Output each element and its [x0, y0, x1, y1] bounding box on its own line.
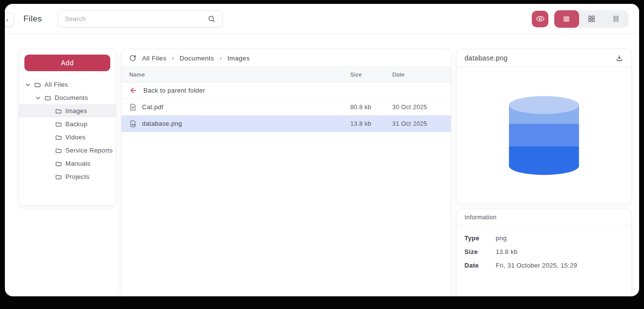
file-name: database.png [142, 120, 182, 127]
eye-icon [536, 14, 545, 23]
sidebar-item-label: Vidoes [65, 134, 85, 141]
sidebar: Add All Files [19, 49, 116, 296]
column-header-name[interactable]: Name [129, 72, 350, 77]
file-row-database-png[interactable]: database.png 13.8 kb 31 Oct 2025 [121, 116, 451, 132]
info-value: png [496, 234, 507, 242]
refresh-button[interactable] [129, 54, 137, 62]
columns-view-button[interactable] [604, 10, 628, 28]
folder-icon [55, 134, 62, 141]
grid-view-button[interactable] [579, 10, 604, 28]
collapse-panel-button[interactable]: ‹ [5, 13, 14, 26]
file-list-panel: All Files › Documents › Images Name Size… [121, 49, 451, 296]
sidebar-item-manuals[interactable]: Manuals [19, 157, 116, 170]
sidebar-item-label: Documents [55, 94, 88, 101]
folder-icon [55, 108, 62, 115]
info-row-type: Type png [464, 234, 624, 242]
sidebar-item-vidoes[interactable]: Vidoes [19, 131, 116, 144]
breadcrumb-item-all-files[interactable]: All Files [142, 55, 166, 62]
top-bar: ‹ Files [5, 4, 639, 34]
sidebar-item-documents[interactable]: Documents [19, 91, 116, 104]
chevron-down-icon[interactable] [25, 82, 31, 88]
file-image-icon [129, 120, 137, 128]
file-date: 31 Oct 2025 [392, 120, 443, 127]
sidebar-item-all-files[interactable]: All Files [19, 78, 116, 91]
info-label: Date [464, 262, 496, 269]
folder-icon [55, 147, 62, 154]
column-header-date[interactable]: Date [392, 72, 443, 77]
file-name: Cat.pdf [142, 103, 163, 111]
download-icon [615, 54, 624, 62]
sidebar-item-label: Service Reports [65, 147, 113, 154]
preview-header: database.png [457, 49, 631, 67]
preview-card: database.png [456, 49, 632, 204]
folder-tree-card: Add All Files [19, 49, 116, 206]
preview-toggle-button[interactable] [532, 11, 548, 27]
sidebar-item-projects[interactable]: Projects [19, 170, 116, 183]
refresh-icon [129, 54, 137, 62]
sidebar-item-label: Backup [65, 120, 87, 128]
sidebar-item-backup[interactable]: Backup [19, 117, 116, 131]
breadcrumb-item-documents[interactable]: Documents [180, 55, 214, 62]
columns-view-icon [612, 15, 620, 23]
download-button[interactable] [615, 54, 624, 62]
view-actions [532, 10, 628, 28]
sidebar-item-label: Projects [65, 173, 89, 180]
folder-icon [55, 174, 62, 180]
information-body: Type png Size 13.8 kb Date Fri, 31 Octob… [457, 226, 631, 284]
arrow-left-icon [129, 86, 138, 95]
breadcrumb: All Files › Documents › Images [121, 49, 451, 67]
info-value: 13.8 kb [496, 248, 518, 255]
page-title: Files [23, 14, 42, 24]
preview-body [457, 67, 631, 203]
database-image [508, 96, 580, 175]
information-card: Information Type png Size 13.8 kb Date F… [456, 209, 632, 296]
sidebar-item-label: Manuals [65, 160, 90, 167]
back-to-parent-label: Back to parent folder [143, 87, 205, 94]
back-to-parent-row[interactable]: Back to parent folder [121, 82, 451, 99]
search-input[interactable] [65, 15, 207, 22]
chevron-left-icon: ‹ [6, 16, 8, 23]
chevron-right-icon: › [220, 54, 222, 62]
file-size: 13.8 kb [350, 120, 392, 127]
breadcrumb-item-images[interactable]: Images [227, 55, 250, 62]
column-header-size[interactable]: Size [350, 72, 392, 77]
folder-icon [55, 121, 62, 128]
folder-icon [44, 95, 51, 101]
info-label: Size [464, 248, 496, 255]
file-date: 30 Oct 2025 [392, 104, 443, 111]
app-window: ‹ Files [5, 4, 639, 296]
file-size: 80.8 kb [350, 104, 392, 111]
chevron-down-icon[interactable] [35, 95, 41, 101]
sidebar-item-label: All Files [44, 81, 68, 88]
file-text-icon [129, 103, 137, 111]
file-row-cat-pdf[interactable]: Cat.pdf 80.8 kb 30 Oct 2025 [121, 99, 451, 116]
view-mode-switcher [554, 10, 628, 28]
list-view-button[interactable] [554, 10, 579, 28]
information-header: Information [457, 209, 631, 226]
info-row-size: Size 13.8 kb [464, 248, 624, 255]
detail-column: database.png [456, 49, 632, 296]
file-list-header: Name Size Date [121, 67, 451, 82]
preview-file-title: database.png [464, 54, 507, 62]
folder-icon [34, 81, 41, 88]
add-button[interactable]: Add [24, 55, 110, 71]
info-value: Fri, 31 October 2025, 15:29 [496, 262, 577, 269]
search-icon [207, 15, 216, 23]
chevron-right-icon: › [172, 54, 174, 62]
sidebar-item-service-reports[interactable]: Service Reports [19, 144, 116, 157]
folder-icon [55, 160, 62, 167]
grid-view-icon [587, 15, 596, 23]
info-row-date: Date Fri, 31 October 2025, 15:29 [464, 262, 624, 269]
search-box[interactable] [58, 10, 222, 28]
info-label: Type [464, 234, 496, 242]
sidebar-item-label: Images [65, 107, 87, 115]
sidebar-item-images[interactable]: Images [19, 104, 116, 117]
list-view-icon [562, 15, 571, 23]
main-area: Add All Files [5, 34, 639, 296]
